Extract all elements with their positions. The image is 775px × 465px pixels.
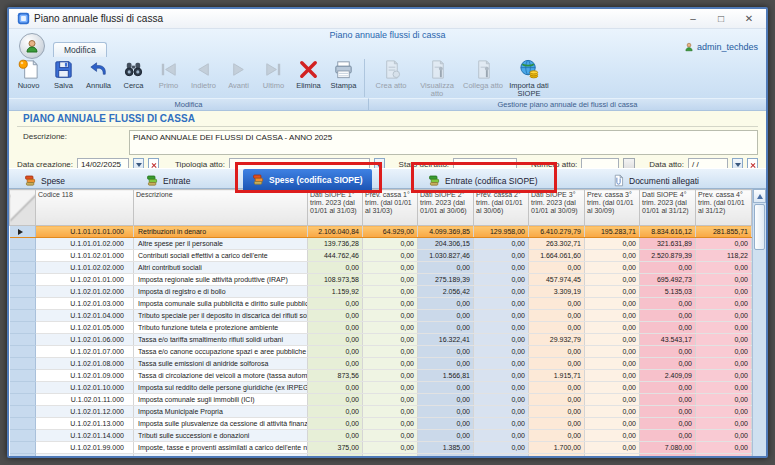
column-header-4[interactable]: Dati SIOPE 2° trim. 2023 (dal 01/01 al 3… [418, 190, 474, 226]
cell-value[interactable]: 0,00 [474, 274, 529, 286]
row-indicator[interactable] [10, 370, 36, 382]
column-header-6[interactable]: Dati SIOPE 3° trim. 2023 (dal 01/01 al 3… [529, 190, 585, 226]
cell-codice[interactable]: U.1.02.01.05.000 [36, 322, 134, 334]
cell-value[interactable]: 0,00 [585, 262, 640, 274]
row-indicator[interactable] [10, 358, 36, 370]
column-header-5[interactable]: Prev. cassa 2° trim. (dal 01/01 al 30/06… [474, 190, 529, 226]
column-header-0[interactable]: Codice 118 [36, 190, 134, 226]
cell-value[interactable]: 0,00 [696, 322, 752, 334]
cell-value[interactable]: 0,00 [640, 382, 696, 394]
cell-value[interactable]: 0,00 [640, 430, 696, 442]
cell-value[interactable]: 0,00 [585, 322, 640, 334]
minimize-button[interactable]: – [680, 11, 706, 26]
cell-codice[interactable]: U.1.03.01.01.000 [36, 454, 134, 459]
cell-value[interactable]: 0,00 [529, 382, 585, 394]
cell-descrizione[interactable]: Altre spese per il personale [134, 238, 308, 250]
cell-value[interactable]: 0,00 [585, 334, 640, 346]
cell-value[interactable]: 0,00 [585, 274, 640, 286]
cell-value[interactable]: 16.322,41 [418, 334, 474, 346]
cell-value[interactable]: 0,00 [474, 238, 529, 250]
cell-value[interactable]: 0,00 [696, 346, 752, 358]
cell-descrizione[interactable]: Tassa e/o tariffa smaltimento rifiuti so… [134, 334, 308, 346]
table-row[interactable]: U.1.02.01.14.000Tributi sulle succession… [10, 430, 752, 442]
cell-value[interactable]: 2.520.879,39 [640, 250, 696, 262]
cell-value[interactable]: 0,00 [585, 250, 640, 262]
row-indicator[interactable] [10, 382, 36, 394]
row-indicator[interactable] [10, 262, 36, 274]
cell-value[interactable]: 0,00 [696, 430, 752, 442]
cell-descrizione[interactable]: Imposta comunale sulla pubblicità e diri… [134, 298, 308, 310]
cell-value[interactable]: 0,00 [363, 250, 418, 262]
cell-value[interactable]: 0,00 [363, 286, 418, 298]
cell-descrizione[interactable]: Imposte, tasse e proventi assimilati a c… [134, 442, 308, 454]
table-row[interactable]: U.1.01.01.02.000Altre spese per il perso… [10, 238, 752, 250]
cell-value[interactable]: 0,00 [418, 322, 474, 334]
cell-descrizione[interactable]: Imposta regionale sulle attività produtt… [134, 274, 308, 286]
cell-value[interactable]: 0,00 [696, 310, 752, 322]
cell-value[interactable]: 4.099.369,85 [418, 226, 474, 238]
cell-value[interactable]: 0,00 [696, 406, 752, 418]
cell-codice[interactable]: U.1.02.01.08.000 [36, 358, 134, 370]
cell-value[interactable]: 0,00 [585, 286, 640, 298]
cell-value[interactable]: 0,00 [696, 262, 752, 274]
cell-value[interactable]: 275.189,39 [418, 274, 474, 286]
cell-value[interactable]: 0,00 [418, 394, 474, 406]
cell-value[interactable]: 0,00 [363, 430, 418, 442]
cell-codice[interactable]: U.1.01.01.01.000 [36, 226, 134, 238]
cell-value[interactable]: 0,00 [308, 262, 363, 274]
row-indicator[interactable] [10, 334, 36, 346]
cell-value[interactable]: 0,00 [474, 394, 529, 406]
cell-value[interactable]: 0,00 [474, 382, 529, 394]
tab-spese[interactable]: Spese [15, 171, 74, 190]
cell-value[interactable]: 0,00 [418, 310, 474, 322]
cell-value[interactable]: 118,22 [696, 250, 752, 262]
row-indicator[interactable] [10, 322, 36, 334]
cell-value[interactable]: 695.492,73 [640, 274, 696, 286]
row-indicator[interactable] [10, 298, 36, 310]
cell-value[interactable]: 0,00 [529, 310, 585, 322]
cell-value[interactable]: 0,00 [474, 370, 529, 382]
cell-value[interactable]: 0,00 [363, 310, 418, 322]
cell-value[interactable]: 263.302,71 [529, 238, 585, 250]
stampa-button[interactable]: Stampa [326, 57, 361, 99]
cell-value[interactable]: 0,00 [308, 322, 363, 334]
cell-value[interactable]: 0,00 [640, 418, 696, 430]
table-row[interactable]: U.1.01.01.01.000Retribuzioni in denaro2.… [10, 226, 752, 238]
cell-descrizione[interactable]: Retribuzioni in denaro [134, 226, 308, 238]
cell-value[interactable]: 0,00 [363, 442, 418, 454]
cell-value[interactable]: 0,00 [529, 430, 585, 442]
row-indicator[interactable] [10, 442, 36, 454]
cell-value[interactable]: 0,00 [308, 298, 363, 310]
cell-value[interactable]: 6.572,64 [308, 454, 363, 459]
cell-value[interactable]: 321.631,89 [640, 238, 696, 250]
cell-value[interactable]: 0,00 [696, 394, 752, 406]
cell-value[interactable]: 1.385,00 [418, 442, 474, 454]
cell-value[interactable]: 0,00 [474, 250, 529, 262]
descrizione-field[interactable]: PIANO ANNUALE DEI FLUSSI DI CASSA - ANNO… [129, 130, 758, 155]
cell-descrizione[interactable]: Giornali, riviste e pubblicazioni [134, 454, 308, 459]
cell-value[interactable]: 5.135,03 [640, 286, 696, 298]
table-row[interactable]: U.1.03.01.01.000Giornali, riviste e pubb… [10, 454, 752, 459]
table-row[interactable]: U.1.02.01.02.000Imposta di registro e di… [10, 286, 752, 298]
cell-value[interactable]: 0,00 [585, 454, 640, 459]
cell-value[interactable]: 3.309,19 [529, 286, 585, 298]
cell-value[interactable]: 873,56 [308, 370, 363, 382]
cell-value[interactable]: 0,00 [696, 370, 752, 382]
cell-value[interactable]: 0,00 [696, 274, 752, 286]
cell-value[interactable]: 0,00 [585, 298, 640, 310]
cell-value[interactable]: 0,00 [640, 262, 696, 274]
table-row[interactable]: U.1.02.01.03.000Imposta comunale sulla p… [10, 298, 752, 310]
tab-spese-codifica-siope[interactable]: Spese (codifica SIOPE) [243, 169, 372, 190]
cell-value[interactable]: 195.283,71 [585, 226, 640, 238]
cell-value[interactable]: 0,00 [529, 418, 585, 430]
cell-value[interactable]: 0,00 [474, 262, 529, 274]
cell-value[interactable]: 0,00 [363, 274, 418, 286]
cell-value[interactable]: 457.974,45 [529, 274, 585, 286]
cell-descrizione[interactable]: Imposta Municipale Propria [134, 406, 308, 418]
cell-codice[interactable]: U.1.02.01.04.000 [36, 310, 134, 322]
cell-value[interactable]: 1.915,71 [529, 370, 585, 382]
nuovo-button[interactable]: Nuovo [11, 57, 46, 99]
cell-value[interactable]: 0,00 [308, 418, 363, 430]
annulla-button[interactable]: Annulla [81, 57, 116, 99]
table-row[interactable]: U.1.02.01.99.000Imposte, tasse e provent… [10, 442, 752, 454]
